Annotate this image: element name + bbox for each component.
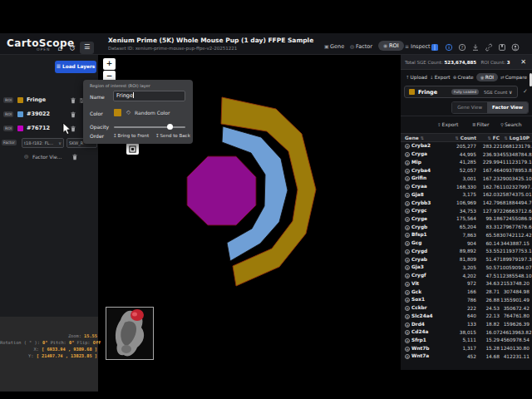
expand-gene-icon[interactable]: + [405, 160, 410, 165]
trash-icon[interactable] [71, 154, 78, 160]
check-icon[interactable]: ✓ [523, 88, 528, 95]
opacity-slider[interactable] [114, 126, 185, 128]
trash-icon[interactable] [70, 97, 76, 104]
gene-table-row[interactable]: +Crygc 34,753 127.97 226663712.67 [401, 207, 532, 215]
expand-gene-icon[interactable]: + [405, 354, 410, 359]
zoom-in-button[interactable]: + [103, 58, 116, 70]
expand-gene-icon[interactable]: + [405, 347, 410, 352]
layer-color-swatch[interactable] [17, 111, 23, 117]
expand-gene-icon[interactable]: + [405, 201, 410, 206]
expand-gene-icon[interactable]: + [405, 338, 410, 343]
factor-mode-button[interactable]: ◎Factor [350, 43, 372, 50]
gene-table-row[interactable]: +Mip 41,285 229.99 411123179.16 [401, 158, 532, 166]
expand-gene-icon[interactable]: + [405, 282, 410, 287]
expand-gene-icon[interactable]: + [405, 330, 410, 335]
gene-table-row[interactable]: +Cryba4 52,057 167.46 409378953.85 [401, 166, 532, 175]
color-picker-icon[interactable]: ◇ [126, 109, 131, 116]
load-layers-button[interactable]: ☰ Load Layers [55, 61, 96, 73]
info-icon[interactable] [445, 43, 453, 52]
account-icon[interactable] [511, 43, 520, 52]
gene-table-row[interactable]: +Crygd 89,892 53.55 211937753.10 [401, 248, 532, 256]
gene-table-row[interactable]: +Cd24a 38,015 16.07 24613963.82 [401, 328, 532, 337]
compare-button[interactable]: ⇄Compare [500, 75, 527, 80]
expand-gene-icon[interactable]: + [405, 306, 410, 311]
gene-table-row[interactable]: +Gck 166 28.71 307484.98 [401, 288, 532, 296]
upload-button[interactable]: ↑Upload [406, 75, 427, 80]
roi-selector[interactable]: Fringe Fully Loaded SGE Count ∨ [404, 86, 518, 98]
expand-gene-icon[interactable]: + [405, 193, 410, 198]
export-button[interactable]: ↓Export [430, 75, 451, 80]
map-control-button[interactable] [126, 143, 139, 155]
expand-gene-icon[interactable]: + [405, 265, 410, 270]
bookmark-icon[interactable] [498, 43, 506, 52]
expand-gene-icon[interactable]: + [405, 314, 410, 319]
expand-gene-icon[interactable]: + [405, 298, 410, 303]
history-icon[interactable]: ↺ [67, 44, 77, 54]
inspect-mode-button[interactable]: ≡Inspect [405, 43, 431, 50]
metric-select[interactable]: SGE Count [484, 90, 507, 95]
expand-gene-icon[interactable]: + [405, 144, 410, 149]
expand-gene-icon[interactable]: + [405, 225, 410, 230]
bring-to-front-button[interactable]: ↥Bring to Front [113, 133, 149, 138]
factor-view-row[interactable]: ◎ Factor Vie... [0, 152, 98, 162]
expand-gene-icon[interactable]: + [405, 217, 410, 222]
gene-table-row[interactable]: +Crybb3 106,969 142.79 681884494.76 [401, 199, 532, 207]
gene-table-row[interactable]: +Crygb 65,204 83.31 279677676.62 [401, 223, 532, 231]
gene-mode-button[interactable]: ▣Gene [324, 43, 344, 50]
expand-gene-icon[interactable]: + [405, 273, 410, 278]
help-icon[interactable]: ? [458, 43, 466, 52]
gene-table-row[interactable]: +Slc24a4 640 22.13 764761.80 [401, 312, 532, 320]
factor-select-1[interactable]: t18-f182: FL...∨ [22, 138, 64, 148]
minimap[interactable] [106, 307, 154, 360]
table-export-button[interactable]: ⇪Export [437, 121, 458, 127]
close-icon[interactable]: ✕ [520, 55, 526, 70]
download-icon[interactable] [471, 43, 480, 52]
tab-factor-view[interactable]: Factor View [487, 102, 528, 113]
gene-table-row[interactable]: +Cryga 44,995 236.93 455348784.83 [401, 150, 532, 159]
layer-color-swatch[interactable] [17, 126, 23, 131]
roi-mode-button[interactable]: ◉ROI [378, 41, 404, 51]
table-search-button[interactable]: ⚲Search [500, 121, 522, 127]
gene-table-row[interactable]: +Cryaa 168,330 162.76 1102327997.33 [401, 183, 532, 191]
gene-table-row[interactable]: +Drd4 133 18.82 159626.39 [401, 320, 532, 328]
layers-icon[interactable]: ☰ [80, 42, 94, 54]
expand-gene-icon[interactable]: + [405, 258, 410, 263]
home-icon[interactable]: ⌂ [55, 44, 65, 54]
guide-book-icon[interactable] [431, 43, 439, 52]
trash-icon[interactable] [70, 111, 76, 118]
gene-table-row[interactable]: +Sox1 786 26.88 1355901.49 [401, 296, 532, 304]
expand-gene-icon[interactable]: + [405, 249, 410, 254]
gene-table-row[interactable]: +Cryba2 205,277 283.22 1068123179.60 [401, 142, 532, 150]
expand-gene-icon[interactable]: + [405, 241, 410, 246]
chevron-down-icon[interactable]: ∨ [509, 89, 512, 95]
table-filter-button[interactable]: ≣Filter [472, 121, 489, 127]
expand-gene-icon[interactable]: + [405, 169, 410, 174]
expand-gene-icon[interactable]: + [405, 233, 410, 238]
random-color-button[interactable]: Random Color [135, 110, 170, 116]
roi-shape-roi-octagon[interactable] [187, 156, 256, 225]
gene-table-row[interactable]: +Gja3 3,205 50.57 10059094.07 [401, 264, 532, 272]
gene-table-row[interactable]: +Bfsp1 7,863 65.58 30742112.42 [401, 231, 532, 239]
layer-color-swatch[interactable] [17, 97, 23, 103]
link-icon[interactable] [485, 43, 493, 52]
gene-table-header[interactable]: Gene ⇅ ⇅ Count ⇅ FC ⇅ Log10P [401, 133, 532, 142]
gene-table-row[interactable]: +Grifin 3,001 167.23 29003425.10 [401, 175, 532, 183]
color-swatch[interactable] [114, 109, 121, 116]
gene-table-row[interactable]: +Vit 972 34.63 2153748.20 [401, 279, 532, 288]
create-button[interactable]: ⊕Create [453, 75, 474, 80]
gene-table-row[interactable]: +Crygf 4,202 47.51 12385548.10 [401, 272, 532, 280]
gene-table-row[interactable]: +Cckbr 222 24.53 350672.42 [401, 304, 532, 313]
expand-gene-icon[interactable]: + [405, 209, 410, 214]
opacity-slider-handle[interactable] [167, 124, 173, 130]
expand-gene-icon[interactable]: + [405, 185, 410, 190]
gene-table-row[interactable]: +Cryge 175,564 99.18 672455086.97 [401, 215, 532, 224]
gene-table-row[interactable]: +Gcg 904 60.14 3443887.15 [401, 239, 532, 248]
expand-gene-icon[interactable]: + [405, 152, 410, 157]
gene-table-row[interactable]: +Wnt7a 452 14.68 412231.11 [401, 352, 532, 361]
gene-table-row[interactable]: +Sfrp1 5,111 15.29 4560978.54 [401, 337, 532, 345]
name-input[interactable]: Fringe [113, 91, 185, 101]
gene-table-row[interactable]: +Gja8 3,175 162.03 25874375.01 [401, 190, 532, 199]
roi-tab-button[interactable]: ◉ROI [476, 73, 498, 81]
expand-gene-icon[interactable]: + [405, 176, 410, 181]
send-to-back-button[interactable]: ↧Send to Back [155, 133, 190, 138]
